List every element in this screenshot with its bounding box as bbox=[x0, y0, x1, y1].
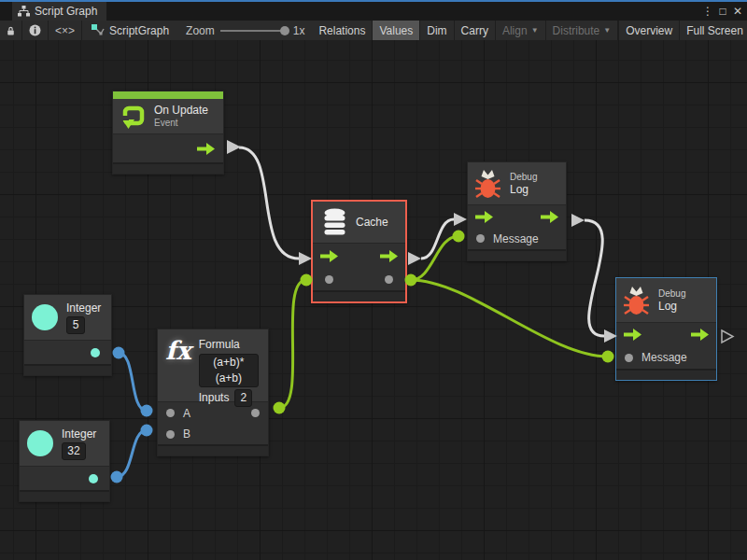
zoom-control: Zoom 1x bbox=[178, 21, 312, 40]
port-label: Message bbox=[493, 232, 539, 245]
loop-event-icon bbox=[120, 104, 147, 130]
maximize-icon: □ bbox=[719, 5, 726, 18]
tab-title: Script Graph bbox=[35, 5, 97, 18]
zoom-slider-knob[interactable] bbox=[280, 26, 289, 35]
carry-button[interactable]: Carry bbox=[455, 21, 496, 40]
value-connector[interactable] bbox=[602, 351, 614, 363]
value-connector[interactable] bbox=[111, 471, 123, 483]
port-label: Message bbox=[641, 351, 687, 364]
input-b-port[interactable] bbox=[166, 430, 175, 439]
overview-button[interactable]: Overview bbox=[619, 21, 680, 40]
value-connector[interactable] bbox=[453, 231, 465, 243]
flow-connector-cache-in[interactable] bbox=[299, 252, 312, 265]
menu-dots-icon: ⋮ bbox=[702, 5, 713, 18]
wire-int32-to-formula-b[interactable] bbox=[117, 430, 147, 477]
value-connector[interactable] bbox=[274, 402, 286, 414]
integer-out-port[interactable] bbox=[91, 348, 100, 357]
zoom-label: Zoom bbox=[186, 24, 215, 37]
window-menu-button[interactable]: ⋮ bbox=[700, 2, 715, 21]
node-footer bbox=[616, 369, 716, 380]
integer-type-icon bbox=[32, 304, 58, 330]
graph-name: ScriptGraph bbox=[109, 24, 169, 37]
node-integer-5[interactable]: Integer 5 bbox=[23, 294, 112, 376]
node-title: Formula bbox=[199, 338, 259, 352]
flow-out-port[interactable] bbox=[541, 211, 558, 223]
integer-value-field[interactable]: 32 bbox=[62, 442, 86, 460]
input-a-port[interactable] bbox=[166, 409, 175, 417]
graph-breadcrumb[interactable]: ScriptGraph bbox=[82, 21, 178, 40]
port-label: A bbox=[183, 407, 190, 420]
value-connector[interactable] bbox=[113, 347, 125, 359]
node-title: Log bbox=[658, 300, 685, 314]
bug-icon bbox=[624, 285, 649, 315]
info-button[interactable] bbox=[22, 21, 49, 40]
node-footer bbox=[24, 364, 111, 375]
zoom-value: 1x bbox=[293, 24, 305, 37]
node-footer bbox=[113, 162, 223, 174]
graph-canvas[interactable]: On Update Event bbox=[0, 40, 747, 560]
flow-connector-log2-out-empty[interactable] bbox=[722, 330, 733, 343]
node-integer-32[interactable]: Integer 32 bbox=[19, 420, 110, 502]
flow-connector-log1-out[interactable] bbox=[571, 214, 585, 227]
relations-button[interactable]: Relations bbox=[312, 21, 373, 40]
code-view-button[interactable]: <×> bbox=[49, 21, 82, 40]
flow-out-port[interactable] bbox=[380, 250, 398, 262]
tab-script-graph[interactable]: Script Graph bbox=[12, 2, 106, 21]
wire-log1-to-log2[interactable] bbox=[585, 220, 604, 336]
node-debug-log-1[interactable]: Debug Log Message bbox=[467, 161, 567, 261]
wire-cache-to-log1[interactable] bbox=[421, 219, 454, 259]
align-dropdown[interactable]: Align ▼ bbox=[496, 21, 546, 40]
script-graph-icon bbox=[92, 24, 105, 36]
graph-toolbar: <×> ScriptGraph Zoom 1x Relations Values… bbox=[0, 21, 747, 40]
flow-connector-onupdate-out[interactable] bbox=[227, 140, 241, 154]
node-on-update[interactable]: On Update Event bbox=[112, 91, 224, 175]
node-category: Debug bbox=[510, 171, 537, 183]
database-icon bbox=[323, 208, 346, 236]
values-button[interactable]: Values bbox=[373, 21, 420, 40]
integer-type-icon bbox=[27, 430, 53, 456]
flow-out-port[interactable] bbox=[691, 329, 709, 341]
flow-connector-cache-out[interactable] bbox=[408, 252, 421, 265]
node-debug-log-2[interactable]: Debug Log Message bbox=[615, 277, 717, 381]
chevron-down-icon: ▼ bbox=[603, 26, 611, 35]
dim-button[interactable]: Dim bbox=[420, 21, 454, 40]
integer-out-port[interactable] bbox=[89, 474, 98, 483]
formula-fx-icon: fx bbox=[165, 338, 191, 363]
wire-onupdate-to-cache[interactable] bbox=[239, 147, 299, 259]
value-in-port[interactable] bbox=[325, 275, 333, 284]
node-title: Integer bbox=[62, 427, 96, 441]
wire-formula-to-cache[interactable] bbox=[279, 280, 306, 408]
distribute-dropdown[interactable]: Distribute ▼ bbox=[546, 21, 619, 40]
wire-int5-to-formula-a[interactable] bbox=[119, 353, 147, 411]
maximize-button[interactable]: □ bbox=[715, 2, 730, 21]
node-title: Log bbox=[510, 183, 537, 197]
lock-button[interactable] bbox=[0, 21, 22, 40]
port-label: B bbox=[183, 427, 190, 441]
message-in-port[interactable] bbox=[476, 234, 485, 243]
node-formula[interactable]: fx Formula (a+b)*(a+b) Inputs 2 A bbox=[157, 329, 269, 456]
node-cache[interactable]: Cache bbox=[311, 200, 407, 303]
flow-in-port[interactable] bbox=[320, 250, 338, 262]
script-graph-window: Script Graph ⋮ □ ✕ <×> bbox=[0, 0, 747, 560]
flow-connector-log1-in[interactable] bbox=[454, 213, 467, 226]
close-button[interactable]: ✕ bbox=[730, 2, 745, 21]
full-screen-button[interactable]: Full Screen bbox=[680, 21, 747, 40]
flow-in-port[interactable] bbox=[475, 211, 493, 223]
chevron-down-icon: ▼ bbox=[531, 26, 539, 35]
flow-in-port[interactable] bbox=[624, 329, 641, 341]
result-out-port[interactable] bbox=[251, 409, 260, 417]
value-out-port[interactable] bbox=[385, 275, 393, 284]
value-connector[interactable] bbox=[141, 405, 153, 417]
wire-cache-to-log1-message[interactable] bbox=[411, 236, 458, 280]
flow-out-port[interactable] bbox=[197, 143, 215, 155]
node-subtitle: Event bbox=[154, 118, 208, 129]
integer-value-field[interactable]: 5 bbox=[66, 316, 85, 334]
message-in-port[interactable] bbox=[625, 354, 633, 362]
node-footer bbox=[313, 290, 405, 301]
wire-cache-to-log2-message[interactable] bbox=[411, 280, 608, 357]
value-connector[interactable] bbox=[141, 425, 153, 437]
graph-hierarchy-icon bbox=[18, 6, 30, 17]
node-footer bbox=[468, 249, 566, 260]
formula-expression-field[interactable]: (a+b)*(a+b) bbox=[199, 354, 259, 387]
zoom-slider[interactable] bbox=[220, 30, 288, 32]
